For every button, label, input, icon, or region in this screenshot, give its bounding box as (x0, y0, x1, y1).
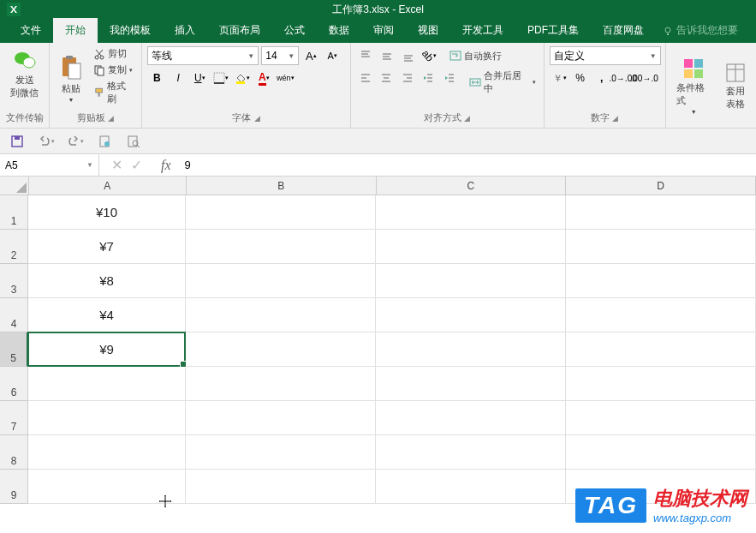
bold-button[interactable]: B (147, 69, 166, 87)
align-right-button[interactable] (398, 69, 417, 87)
decrease-decimal-button[interactable]: .00→.0 (635, 69, 654, 87)
tab-insert[interactable]: 插入 (163, 18, 207, 43)
column-header-a[interactable]: A (29, 177, 187, 195)
italic-button[interactable]: I (169, 69, 188, 87)
cell[interactable]: ¥4 (28, 298, 186, 332)
increase-indent-button[interactable] (440, 69, 459, 87)
tab-data[interactable]: 数据 (317, 18, 361, 43)
undo-button[interactable]: ▾ (38, 133, 55, 150)
wrap-text-button[interactable]: 自动换行 (447, 46, 504, 65)
cell[interactable] (186, 195, 376, 230)
cell[interactable] (186, 435, 376, 470)
tell-me[interactable]: 告诉我您想要 (656, 18, 745, 43)
cancel-formula-button[interactable]: ✕ (111, 157, 122, 173)
row-header[interactable]: 4 (0, 298, 28, 332)
merge-center-button[interactable]: 合并后居中 ▾ (467, 69, 539, 96)
tab-view[interactable]: 视图 (406, 18, 450, 43)
font-color-button[interactable]: A▾ (254, 69, 273, 87)
enter-formula-button[interactable]: ✓ (131, 157, 142, 173)
cell[interactable] (186, 230, 376, 264)
comma-button[interactable]: , (592, 69, 611, 87)
row-header[interactable]: 8 (0, 435, 28, 470)
select-all-button[interactable] (0, 177, 29, 195)
column-header-d[interactable]: D (566, 177, 756, 195)
tab-dev[interactable]: 开发工具 (450, 18, 515, 43)
row-header[interactable]: 7 (0, 401, 28, 435)
fx-label[interactable]: fx (154, 158, 178, 173)
format-painter-button[interactable]: 格式刷 (91, 79, 136, 106)
cell[interactable] (186, 298, 376, 332)
send-wechat-button[interactable]: 发送 到微信 (5, 46, 44, 101)
tab-baidu[interactable]: 百度网盘 (591, 18, 656, 43)
cell[interactable] (186, 367, 376, 401)
phonetic-button[interactable]: wén▾ (276, 69, 295, 87)
cell[interactable]: ¥9 (28, 332, 186, 367)
redo-button[interactable]: ▾ (67, 133, 84, 150)
cells-area[interactable]: ¥10¥7¥8¥4¥9 (28, 195, 756, 504)
table-styles-button[interactable]: 套用 表格 (720, 46, 751, 126)
cell[interactable] (376, 264, 566, 298)
cell[interactable] (28, 435, 186, 470)
fill-color-button[interactable]: ▾ (233, 69, 252, 87)
cell[interactable] (28, 401, 186, 435)
paste-button[interactable]: 粘贴 ▼ (55, 46, 87, 111)
name-box[interactable]: A5 ▼ (0, 154, 99, 176)
formula-bar[interactable]: 9 (178, 159, 756, 171)
cell[interactable] (566, 195, 756, 230)
tab-home[interactable]: 开始 (53, 18, 98, 43)
cell[interactable] (376, 332, 566, 367)
tab-pdf[interactable]: PDF工具集 (515, 18, 591, 43)
cell[interactable]: ¥8 (28, 264, 186, 298)
cell[interactable] (566, 332, 756, 367)
row-header[interactable]: 9 (0, 470, 28, 504)
border-button[interactable]: ▾ (211, 69, 230, 87)
cell[interactable] (566, 435, 756, 470)
font-name-combo[interactable]: 等线▼ (147, 46, 259, 65)
percent-button[interactable]: % (571, 69, 590, 87)
cell[interactable]: ¥10 (28, 195, 186, 230)
cell[interactable] (28, 367, 186, 401)
cut-button[interactable]: 剪切 (91, 46, 136, 61)
cell[interactable] (28, 470, 186, 504)
align-bottom-button[interactable] (399, 46, 418, 65)
cell[interactable] (376, 195, 566, 230)
row-header[interactable]: 3 (0, 264, 28, 298)
tab-file[interactable]: 文件 (9, 18, 53, 43)
align-top-button[interactable] (356, 46, 375, 65)
number-format-combo[interactable]: 自定义▼ (550, 46, 661, 65)
cell[interactable] (186, 264, 376, 298)
qat-item-1[interactable] (96, 133, 113, 150)
orientation-button[interactable]: ab▾ (420, 46, 439, 65)
row-header[interactable]: 1 (0, 195, 28, 230)
increase-decimal-button[interactable]: .0→.00 (614, 69, 633, 87)
cell[interactable] (376, 470, 566, 504)
row-header[interactable]: 2 (0, 230, 28, 264)
cell[interactable] (566, 401, 756, 435)
tab-formula[interactable]: 公式 (272, 18, 317, 43)
align-middle-button[interactable] (378, 46, 396, 65)
align-left-button[interactable] (356, 69, 375, 87)
cell[interactable] (186, 332, 376, 367)
row-header[interactable]: 6 (0, 367, 28, 401)
cell[interactable] (566, 264, 756, 298)
font-size-combo[interactable]: 14▼ (261, 46, 299, 65)
align-center-button[interactable] (377, 69, 396, 87)
cell[interactable] (566, 230, 756, 264)
cell[interactable] (376, 367, 566, 401)
accounting-format-button[interactable]: ￥▾ (550, 69, 568, 87)
decrease-font-button[interactable]: A▾ (323, 46, 342, 65)
cell[interactable] (376, 401, 566, 435)
increase-font-button[interactable]: A▴ (301, 46, 320, 65)
cell[interactable] (186, 470, 376, 504)
cell[interactable] (376, 230, 566, 264)
row-header[interactable]: 5 (0, 332, 28, 367)
cell[interactable] (566, 298, 756, 332)
qat-item-2[interactable] (125, 133, 142, 150)
tab-layout[interactable]: 页面布局 (207, 18, 272, 43)
underline-button[interactable]: U▾ (190, 69, 209, 87)
column-header-b[interactable]: B (187, 177, 377, 195)
save-button[interactable] (9, 133, 26, 150)
cell[interactable] (566, 367, 756, 401)
cell[interactable]: ¥7 (28, 230, 186, 264)
tab-templates[interactable]: 我的模板 (98, 18, 163, 43)
